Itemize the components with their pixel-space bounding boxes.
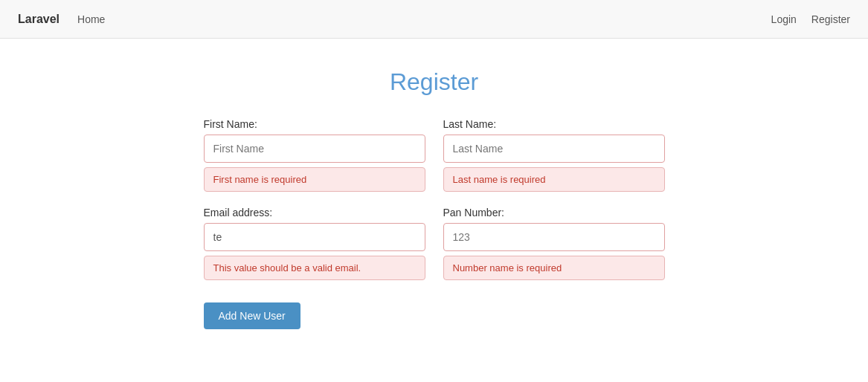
form-row-email-pan: Email address: This value should be a va…: [204, 207, 665, 280]
main-content: Register First Name: First name is requi…: [0, 39, 868, 359]
first-name-error: First name is required: [204, 167, 425, 192]
first-name-input[interactable]: [204, 135, 425, 163]
last-name-group: Last Name: Last name is required: [443, 118, 665, 192]
email-group: Email address: This value should be a va…: [204, 207, 425, 280]
navbar-home-link[interactable]: Home: [77, 13, 105, 25]
navbar-login-link[interactable]: Login: [771, 13, 797, 25]
pan-label: Pan Number:: [443, 207, 665, 218]
pan-group: Pan Number: Number name is required: [443, 207, 665, 280]
last-name-input[interactable]: [443, 135, 665, 163]
navbar-register-link[interactable]: Register: [811, 13, 850, 25]
pan-input[interactable]: [443, 223, 665, 251]
first-name-label: First Name:: [204, 118, 425, 130]
email-input[interactable]: [204, 223, 425, 251]
email-error: This value should be a valid email.: [204, 256, 425, 280]
last-name-error: Last name is required: [443, 167, 665, 192]
add-new-user-button[interactable]: Add New User: [204, 302, 300, 329]
form-row-names: First Name: First name is required Last …: [204, 118, 665, 192]
page-title: Register: [390, 68, 478, 96]
navbar: Laravel Home Login Register: [0, 0, 868, 39]
register-form: First Name: First name is required Last …: [204, 118, 665, 329]
form-submit-row: Add New User: [204, 295, 665, 329]
navbar-brand[interactable]: Laravel: [18, 13, 60, 26]
navbar-right: Login Register: [771, 13, 850, 25]
last-name-label: Last Name:: [443, 118, 665, 130]
first-name-group: First Name: First name is required: [204, 118, 425, 192]
navbar-left: Laravel Home: [18, 13, 105, 26]
email-label: Email address:: [204, 207, 425, 218]
pan-error: Number name is required: [443, 256, 665, 280]
